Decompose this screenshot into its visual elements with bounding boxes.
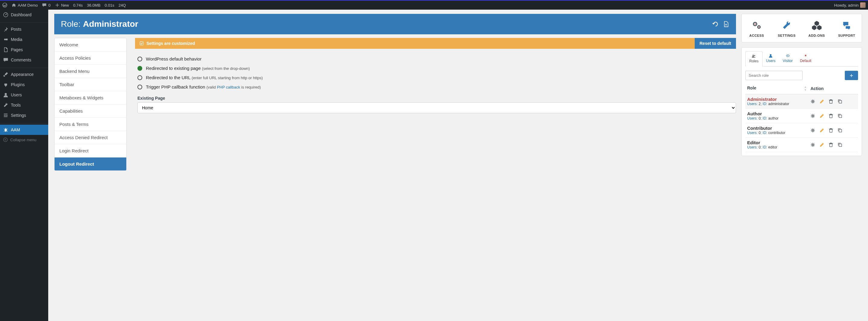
sidebar-item-posts[interactable]: Posts xyxy=(0,24,48,34)
wrench-icon xyxy=(781,20,792,30)
perf-stat-2: 0.01s xyxy=(104,3,114,7)
feature-logout-redirect[interactable]: Logout Redirect xyxy=(55,158,126,170)
edit-icon[interactable] xyxy=(819,114,824,118)
admin-bar: AAM Demo 0 New 0.74s 36.0MB 0.01s 24Q Ho… xyxy=(0,0,868,10)
sidebar-item-appearance[interactable]: Appearance xyxy=(0,69,48,79)
role-meta: Users: 2; ID: administrator xyxy=(747,102,807,106)
sidebar-item-pages[interactable]: Pages xyxy=(0,44,48,55)
tab-users[interactable]: Users xyxy=(763,51,779,66)
manage-icon[interactable] xyxy=(810,114,815,118)
col-action: Action xyxy=(809,83,858,94)
site-name[interactable]: AAM Demo xyxy=(11,3,38,7)
role-meta: Users: 0; ID: editor xyxy=(747,145,807,149)
tab-roles[interactable]: Roles xyxy=(745,51,763,67)
nav-access[interactable]: ACCESS xyxy=(742,14,772,42)
feature-toolbar[interactable]: Toolbar xyxy=(55,78,126,91)
feature-access-policies[interactable]: Access Policies xyxy=(55,52,126,65)
tab-visitor[interactable]: Visitor xyxy=(779,51,796,66)
my-account[interactable]: Howdy, admin xyxy=(834,2,866,8)
edit-icon[interactable] xyxy=(819,99,824,104)
radio-existing-page[interactable]: Redirected to existing page (select from… xyxy=(137,64,734,73)
existing-page-select[interactable]: Home xyxy=(137,102,736,113)
delete-icon[interactable] xyxy=(829,142,833,147)
manage-icon[interactable] xyxy=(810,142,815,147)
perf-stat-3: 24Q xyxy=(119,3,126,7)
sidebar-item-settings[interactable]: Settings xyxy=(0,110,48,121)
table-row: AdministratorUsers: 2; ID: administrator xyxy=(745,94,858,109)
sidebar-item-aam[interactable]: AAM xyxy=(0,125,48,135)
reset-icon[interactable] xyxy=(712,21,718,27)
edit-icon[interactable] xyxy=(819,142,824,147)
feature-login-redirect[interactable]: Login Redirect xyxy=(55,144,126,158)
sidebar-item-comments[interactable]: Comments xyxy=(0,55,48,65)
subject-manager: Roles Users Visitor Default Role▲▼ Actio… xyxy=(741,47,862,156)
role-name: Administrator xyxy=(83,19,138,29)
feature-list: Welcome Access Policies Backend Menu Too… xyxy=(54,38,127,171)
settings-banner: Settings are customized Reset to default xyxy=(135,38,736,49)
role-prefix: Role: xyxy=(61,19,81,29)
role-header: Role: Administrator xyxy=(54,14,736,34)
col-role[interactable]: Role▲▼ xyxy=(745,83,809,94)
perf-stat-0: 0.74s xyxy=(73,3,83,7)
nav-settings[interactable]: SETTINGS xyxy=(772,14,802,42)
manage-icon[interactable] xyxy=(810,128,815,133)
add-role-button[interactable] xyxy=(845,71,858,80)
edit-icon[interactable] xyxy=(819,128,824,133)
sidebar-item-users[interactable]: Users xyxy=(0,90,48,100)
role-meta: Users: 0; ID: author xyxy=(747,116,807,121)
export-icon[interactable] xyxy=(723,21,730,27)
manage-icon[interactable] xyxy=(810,99,815,104)
check-icon xyxy=(139,41,144,46)
delete-icon[interactable] xyxy=(829,99,833,104)
table-row: AuthorUsers: 0; ID: author xyxy=(745,109,858,123)
radio-callback[interactable]: Trigger PHP callback function (valid PHP… xyxy=(137,82,734,92)
clone-icon[interactable] xyxy=(838,142,842,147)
perf-stat-1: 36.0MB xyxy=(87,3,101,7)
gears-icon xyxy=(752,20,762,30)
wp-logo[interactable] xyxy=(2,3,7,7)
admin-sidebar: Dashboard Posts Media Pages Comments App… xyxy=(0,10,48,171)
cubes-icon xyxy=(812,20,822,30)
comments-count[interactable]: 0 xyxy=(42,3,50,7)
role-name: Administrator xyxy=(747,97,807,102)
radio-default[interactable]: WordPress default behavior xyxy=(137,54,734,64)
feature-metaboxes[interactable]: Metaboxes & Widgets xyxy=(55,91,126,104)
sidebar-item-plugins[interactable]: Plugins xyxy=(0,79,48,90)
sidebar-item-dashboard[interactable]: Dashboard xyxy=(0,10,48,20)
table-row: ContributorUsers: 0; ID: contributor xyxy=(745,123,858,138)
avatar-icon xyxy=(860,2,866,8)
role-name: Editor xyxy=(747,140,807,145)
clone-icon[interactable] xyxy=(838,114,842,118)
nav-support[interactable]: SUPPORT xyxy=(832,14,862,42)
nav-cards: ACCESS SETTINGS ADD-ONS SUPPORT xyxy=(741,14,862,42)
feature-posts-terms[interactable]: Posts & Terms xyxy=(55,118,126,131)
php-callback-link[interactable]: PHP callback xyxy=(217,85,240,90)
reset-to-default-button[interactable]: Reset to default xyxy=(695,38,736,49)
new-content[interactable]: New xyxy=(55,3,69,7)
delete-icon[interactable] xyxy=(829,128,833,133)
sidebar-item-tools[interactable]: Tools xyxy=(0,100,48,110)
feature-welcome[interactable]: Welcome xyxy=(55,38,126,52)
nav-addons[interactable]: ADD-ONS xyxy=(802,14,832,42)
chat-icon xyxy=(841,20,852,30)
role-name: Contributor xyxy=(747,126,807,131)
collapse-menu[interactable]: Collapse menu xyxy=(0,135,48,145)
existing-page-label: Existing Page xyxy=(137,96,736,101)
delete-icon[interactable] xyxy=(829,114,833,118)
sidebar-item-media[interactable]: Media xyxy=(0,34,48,44)
role-meta: Users: 0; ID: contributor xyxy=(747,131,807,135)
search-role-input[interactable] xyxy=(745,71,803,80)
feature-backend-menu[interactable]: Backend Menu xyxy=(55,65,126,78)
table-row: EditorUsers: 0; ID: editor xyxy=(745,138,858,152)
role-name: Author xyxy=(747,111,807,116)
clone-icon[interactable] xyxy=(838,128,842,133)
feature-access-denied-redirect[interactable]: Access Denied Redirect xyxy=(55,131,126,144)
feature-capabilities[interactable]: Capabilities xyxy=(55,104,126,118)
role-table: Role▲▼ Action AdministratorUsers: 2; ID:… xyxy=(745,83,858,152)
clone-icon[interactable] xyxy=(838,99,842,104)
tab-default[interactable]: Default xyxy=(796,51,815,66)
plus-icon xyxy=(849,73,854,78)
radio-url[interactable]: Redirected to the URL (enter full URL st… xyxy=(137,73,734,82)
